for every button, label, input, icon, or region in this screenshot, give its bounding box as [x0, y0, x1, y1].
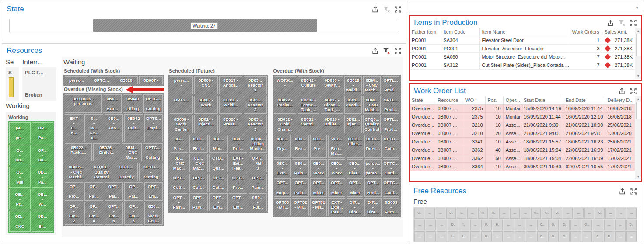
resource-tile[interactable]: perso... - [170, 76, 193, 94]
resource-tile[interactable]: 0B... - CNC Mac... [170, 154, 188, 172]
table-row[interactable]: Overdue...0B007 ...237510Montar16/09/202… [410, 113, 635, 121]
resource-tile[interactable]: OP... - Em... 4 [84, 202, 103, 225]
export-icon[interactable] [619, 188, 626, 195]
resource-tile[interactable]: O. [542, 208, 551, 219]
table-row[interactable]: Overdue...0B007 ...334110Asse...18/06/20… [410, 138, 635, 146]
resource-tile[interactable]: OPTC... - Cutting [144, 94, 163, 113]
resource-tile[interactable]: ... [515, 231, 525, 242]
resource-tile[interactable]: 0B0... - Fur... [248, 193, 267, 212]
resource-tile[interactable]: 0B0... - Ano... [105, 114, 123, 142]
resource-tile[interactable]: OPT... - Pain... [292, 178, 308, 197]
resource-tile[interactable]: OB... - CNC [9, 211, 31, 232]
resource-tile[interactable]: 0B0... - Rea... [292, 135, 308, 158]
resource-tile[interactable]: ... [574, 208, 583, 219]
column-header[interactable]: Pos. [485, 96, 503, 105]
table-row[interactable]: Overdue...0B007 ...321010Asse...21/06/20… [410, 121, 635, 129]
scroll-up-icon[interactable]: ▲ [637, 28, 640, 34]
resource-tile[interactable]: ... [526, 220, 536, 230]
clear-filter-icon[interactable] [383, 6, 390, 13]
resource-tile[interactable]: OPT03 - Mil... [274, 198, 290, 216]
resource-tile[interactable]: I.. [448, 231, 458, 242]
resource-tile[interactable]: ... [584, 208, 594, 219]
resource-tile[interactable]: 0B0... - Work [328, 159, 345, 178]
table-row[interactable]: PC001SA060Motor Structure_Estructure del… [410, 53, 635, 61]
resource-tile[interactable]: ... [470, 231, 481, 242]
resource-tile[interactable]: OPTL... - Prod... [382, 96, 399, 114]
resource-tile[interactable]: OPT... - Em... [229, 193, 247, 212]
resource-tile[interactable]: 0B030 - Sewin... [321, 76, 343, 94]
resource-tile[interactable]: 0B0... - Pre... [310, 135, 327, 158]
resource-tile[interactable]: O.. [537, 231, 548, 242]
resource-tile[interactable]: OPT... - Cutt... [170, 174, 188, 192]
resource-tile[interactable]: 0B018 - Weldi... [219, 96, 242, 114]
resource-tile[interactable]: OP... - Cu... [32, 145, 53, 166]
resource-tile[interactable]: OB... - W... [32, 189, 53, 210]
resource-tile[interactable]: ... [582, 231, 592, 242]
resource-tile[interactable]: P. [481, 231, 492, 242]
resource-tile[interactable]: .. [616, 208, 626, 219]
resource-tile[interactable]: D.. [626, 220, 637, 230]
resource-tile[interactable]: 0B006 - CNC [194, 76, 217, 94]
maximize-icon[interactable] [394, 47, 402, 55]
resource-tile[interactable]: OPT... - Mixer [310, 178, 327, 197]
resource-tile[interactable]: 0B0... - Mix... [209, 135, 228, 153]
resource-tile[interactable]: ... [615, 220, 626, 230]
export-icon[interactable] [371, 47, 379, 55]
resource-tile[interactable]: OPT... - Mixer [346, 178, 363, 197]
resource-tile[interactable]: OP... - Em... 2 [65, 202, 83, 225]
resource-tile[interactable]: 0B03... Reactor 2 [244, 96, 267, 114]
resource-tile[interactable]: OB... - Pa... [32, 167, 53, 188]
column-header[interactable]: Item Code [441, 28, 480, 36]
clear-filter-icon[interactable] [383, 47, 390, 55]
resource-tile[interactable]: 0B026 - Driller... [321, 115, 343, 133]
resource-tile[interactable]: 0B0... - Extr... [103, 94, 122, 113]
resource-tile[interactable]: 0... - W... Ce... II... [84, 114, 103, 142]
resource-tile[interactable]: 0B040 - Filling [123, 94, 142, 113]
column-header[interactable]: Item Name [480, 28, 570, 36]
resource-tile[interactable]: ... [414, 231, 425, 242]
column-header[interactable]: Oper... [503, 96, 521, 105]
resource-tile[interactable]: OPT... - Mixer [328, 178, 345, 197]
resource-tile[interactable]: 0B0... - Dry... [274, 135, 290, 158]
resource-tile[interactable]: OP... - Pa... [32, 122, 53, 143]
resource-tile[interactable]: ... [470, 220, 481, 230]
resource-tile[interactable]: OPT... - Em... [209, 193, 228, 212]
resource-tile[interactable]: ... [570, 231, 581, 242]
resource-tile[interactable]: perso... - perso... [364, 159, 381, 178]
resource-tile[interactable]: OP... - Em... 8 [124, 202, 143, 225]
resource-tile[interactable]: C. [595, 208, 605, 219]
vertical-scrollbar[interactable]: ▲ ▼ [635, 28, 641, 79]
resource-tile[interactable]: 0B04... Filling Machi... [248, 135, 267, 153]
resource-tile[interactable]: OP... - Pro... [65, 182, 83, 201]
resource-tile[interactable]: DIRS... - Direc... [364, 135, 381, 158]
column-header[interactable]: State [410, 96, 435, 105]
resource-tile[interactable]: 0B... - CNC Mac... [189, 154, 208, 172]
resource-tile[interactable]: OB... - Pr... [9, 189, 31, 210]
resource-tile[interactable]: 0BM... - CNC Mac... [122, 143, 141, 162]
resource-tile[interactable]: ... [437, 220, 447, 230]
resource-tile[interactable]: 0B0... - Blas... [346, 159, 363, 178]
table-row[interactable]: Overdue...0B007 ...336250Asse...18/06/20… [410, 154, 635, 163]
table-row[interactable]: Overdue...0B007 ...321020Asse...21/06/20… [410, 129, 635, 138]
resource-tile[interactable]: O.. [531, 208, 541, 219]
resource-tile[interactable]: OPT... - Cutt... [209, 174, 228, 192]
column-header[interactable]: Father Item [410, 28, 441, 36]
resource-tile[interactable]: 0B0... - Rea... [189, 135, 208, 153]
scrollbar-thumb[interactable] [636, 102, 641, 119]
resource-tile[interactable]: 0B... - Pac... [170, 135, 188, 153]
resource-tile[interactable]: OPTS... - Empl... [144, 114, 163, 142]
resource-tile[interactable]: OPTS... - [170, 96, 193, 114]
resource-tile[interactable]: OPTC... - Cutting [139, 163, 163, 181]
resource-tile[interactable]: OPTC... - Cutting [143, 143, 163, 162]
resource-tile[interactable]: P.. [493, 220, 503, 230]
resource-tile[interactable]: 0B01... Anodi... [344, 96, 362, 114]
resource-tile[interactable]: D [604, 231, 615, 242]
resource-tile[interactable]: DIR... - Dire... [346, 198, 363, 216]
table-row[interactable]: Overdue...0B007 ...336240Asse...18/06/20… [410, 146, 635, 154]
resource-tile[interactable]: I.. [457, 208, 466, 219]
resource-tile[interactable]: WORK... - [274, 76, 296, 94]
resource-tile[interactable]: CTQ01 - Quality Control [90, 163, 113, 181]
table-row[interactable]: Overdue...0B007 ...237510Montar15/09/202… [410, 105, 635, 113]
resource-tile[interactable]: ... [414, 220, 425, 230]
resource-tile[interactable]: 0B020 - Press... [219, 115, 242, 133]
